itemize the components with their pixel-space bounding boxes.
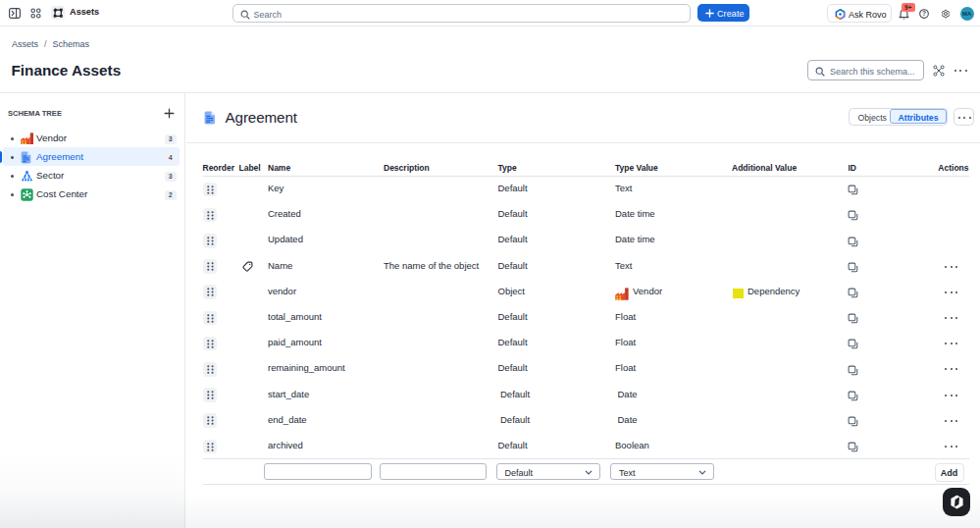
svg-text:?: ?: [922, 10, 926, 17]
